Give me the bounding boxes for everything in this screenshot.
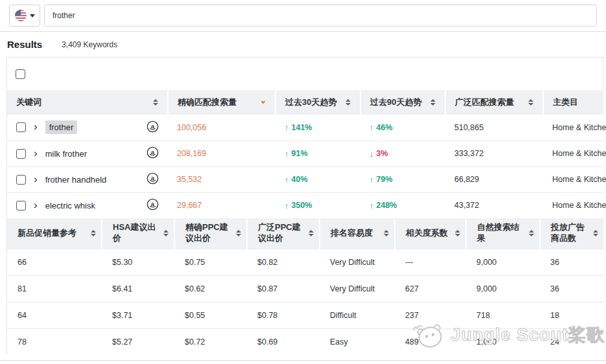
keyword-search-input[interactable] [44, 5, 597, 27]
row-checkbox[interactable] [16, 175, 26, 185]
sort-icon[interactable] [163, 230, 169, 236]
column-header[interactable]: 投放广告商品数 [540, 218, 604, 249]
arrow-up-icon: ↑ [369, 122, 374, 132]
sponsored-products-cell: 18 [540, 302, 604, 328]
category-cell: Home & Kitchen [543, 192, 604, 218]
column-header[interactable]: 自然搜索结果 [466, 218, 540, 249]
sort-icon[interactable] [153, 99, 158, 106]
chevron-right-icon[interactable]: › [34, 121, 38, 132]
relevancy-score-cell: 237 [395, 302, 466, 328]
column-header-label: 相关度系数 [406, 228, 448, 239]
keyword-cell: ›electric whiska [7, 192, 168, 218]
topbar [0, 0, 606, 32]
exact-ppc-bid-cell: $0.72 [174, 328, 247, 355]
column-header-label: 过去30天趋势 [285, 97, 336, 108]
keyword-table-body: ›frothera100,056↑141%↑46%510,865Home & K… [7, 115, 604, 218]
sort-icon[interactable] [91, 230, 96, 236]
broad-match-volume: 43,372 [445, 192, 543, 218]
sort-icon[interactable] [528, 99, 533, 106]
exact-match-volume: 100,056 [168, 115, 275, 141]
promo-sales-ref-cell: 66 [7, 249, 102, 275]
svg-text:a: a [151, 200, 155, 207]
chevron-right-icon[interactable]: › [34, 174, 38, 185]
rank-ease-cell: Difficult [320, 302, 395, 328]
sort-icon[interactable] [593, 230, 598, 236]
organic-results-cell: 1,000 [466, 328, 540, 355]
sponsored-products-cell: 36 [540, 249, 604, 275]
chevron-right-icon[interactable]: › [34, 148, 38, 159]
sort-desc-active-icon[interactable] [261, 101, 266, 104]
svg-text:a: a [151, 122, 155, 130]
marketplace-selector[interactable] [9, 5, 40, 27]
promo-sales-ref-cell: 78 [7, 328, 102, 355]
column-header[interactable]: 新品促销量参考 [7, 218, 102, 249]
column-header-label: 关键词 [16, 97, 41, 108]
sort-icon[interactable] [455, 230, 460, 236]
sponsored-products-cell: 24 [540, 328, 604, 355]
keyword-text[interactable]: frother [45, 120, 78, 134]
column-header-label: 广泛匹配搜索量 [455, 97, 514, 108]
metrics-table: 新品促销量参考HSA建议出价精确PPC建议出价广泛PPC建议出价排名容易度相关度… [7, 218, 605, 355]
column-header[interactable]: 广泛PPC建议出价 [247, 218, 320, 249]
column-header[interactable]: 过去90天趋势 [360, 90, 445, 115]
column-header[interactable]: 相关度系数 [395, 218, 466, 249]
select-all-checkbox[interactable] [16, 69, 25, 79]
rank-ease-cell: Very Difficult [320, 249, 395, 275]
keyword-text[interactable]: electric whisk [45, 201, 139, 210]
sort-icon[interactable] [384, 230, 389, 236]
keyword-text[interactable]: milk frother [45, 149, 139, 159]
results-bar: Results 3,409 Keywords [0, 32, 606, 57]
row-checkbox[interactable] [16, 149, 26, 159]
column-header-label: 自然搜索结果 [477, 222, 526, 244]
column-header[interactable]: 精确PPC建议出价 [174, 218, 247, 249]
column-header[interactable]: 主类目 [543, 90, 604, 115]
chevron-right-icon[interactable]: › [34, 199, 38, 210]
row-checkbox[interactable] [16, 122, 26, 132]
column-header-label: 排名容易度 [331, 228, 373, 239]
sort-icon[interactable] [236, 230, 241, 236]
metrics-table-row: 64$3.71$0.55$0.78Difficult23771818 [7, 302, 604, 328]
exact-match-volume: 29,667 [168, 192, 275, 218]
amazon-link-icon[interactable]: a [146, 172, 159, 187]
hsa-bid-cell: $6.41 [102, 275, 174, 302]
keyword-text[interactable]: frother handheld [45, 175, 139, 185]
column-header-label: 精确PPC建议出价 [185, 222, 233, 244]
column-header[interactable]: 关键词 [7, 90, 168, 115]
column-header-label: 主类目 [553, 97, 578, 108]
trend-up-value: ↑141% [275, 115, 360, 141]
metrics-table-header-row: 新品促销量参考HSA建议出价精确PPC建议出价广泛PPC建议出价排名容易度相关度… [7, 218, 604, 249]
column-header[interactable]: 排名容易度 [320, 218, 395, 249]
sort-icon[interactable] [529, 230, 534, 236]
row-checkbox[interactable] [16, 201, 26, 210]
trend-up-value: ↑350% [275, 192, 360, 218]
keyword-table-row: ›frothera100,056↑141%↑46%510,865Home & K… [7, 115, 604, 141]
amazon-link-icon[interactable]: a [146, 146, 159, 161]
arrow-up-icon: ↑ [285, 122, 289, 132]
sort-icon[interactable] [345, 99, 351, 106]
arrow-up-icon: ↑ [285, 201, 289, 210]
column-header[interactable]: HSA建议出价 [102, 218, 174, 249]
amazon-link-icon[interactable]: a [146, 198, 159, 212]
arrow-up-icon: ↑ [369, 175, 374, 185]
keyword-table: 关键词精确匹配搜索量过去30天趋势过去90天趋势广泛匹配搜索量主类目 ›frot… [7, 90, 605, 218]
sort-icon[interactable] [430, 99, 436, 106]
column-header-label: 广泛PPC建议出价 [258, 222, 306, 244]
exact-match-volume: 35,532 [168, 166, 275, 192]
svg-text:a: a [151, 148, 155, 155]
column-header-label: 过去90天趋势 [370, 97, 421, 108]
amazon-link-icon[interactable]: a [146, 120, 159, 135]
metrics-table-card: 新品促销量参考HSA建议出价精确PPC建议出价广泛PPC建议出价排名容易度相关度… [6, 218, 603, 355]
column-header[interactable]: 精确匹配搜索量 [168, 90, 275, 115]
arrow-up-icon: ↑ [285, 149, 289, 159]
results-count: 3,409 Keywords [62, 40, 117, 49]
hsa-bid-cell: $5.30 [102, 249, 174, 275]
rank-ease-cell: Very Difficult [320, 275, 395, 302]
trend-down-value: ↓3% [360, 141, 445, 166]
sort-icon[interactable] [309, 230, 314, 236]
column-header[interactable]: 过去30天趋势 [275, 90, 360, 115]
column-header-label: 投放广告商品数 [551, 222, 590, 244]
arrow-down-icon: ↓ [369, 149, 374, 159]
column-header[interactable]: 广泛匹配搜索量 [445, 90, 543, 115]
column-header-label: 新品促销量参考 [17, 228, 76, 239]
select-all-row [7, 58, 603, 90]
